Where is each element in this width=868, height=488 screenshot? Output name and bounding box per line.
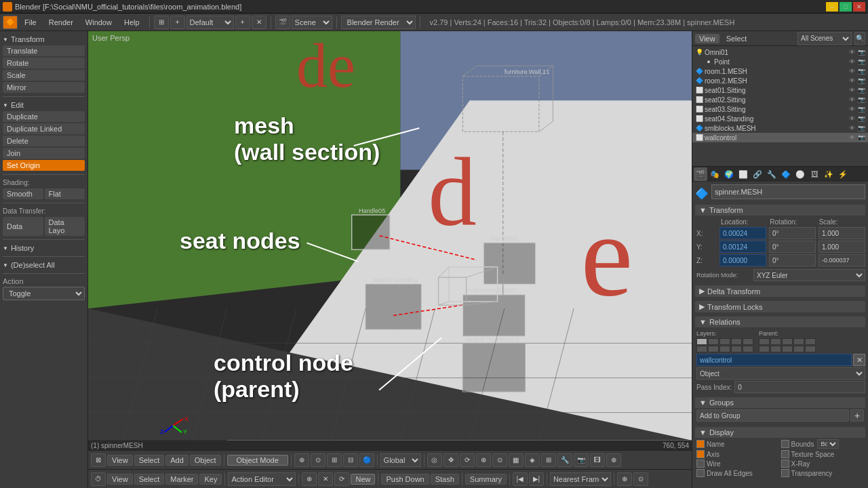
prev-frame-icon[interactable]: |◀ [513, 472, 528, 486]
delta-transform-header[interactable]: ▶ Delta Transform [695, 285, 865, 297]
visibility-icon[interactable]: 👁 [849, 58, 855, 65]
marker-button[interactable]: Marker [165, 474, 198, 485]
layout-selector[interactable]: Default [186, 16, 234, 29]
action-icon1[interactable]: ⊕ [302, 472, 317, 486]
rotate-button[interactable]: Rotate [3, 58, 85, 68]
flat-button[interactable]: Flat [45, 188, 85, 199]
minimize-button[interactable]: ─ [826, 2, 838, 12]
scenes-selector[interactable]: All Scenes [797, 32, 852, 45]
mesh-name-input[interactable] [711, 184, 865, 199]
scale-x-field[interactable]: 1.000 [818, 227, 865, 239]
player-10[interactable] [805, 346, 816, 352]
layer-4[interactable] [731, 338, 742, 345]
transform-section-header[interactable]: ▼ Transform [0, 34, 87, 45]
outliner-item[interactable]: ⬜ seat02.Sitting 👁 📷 [692, 95, 868, 104]
view4-icon[interactable]: ⊟ [343, 453, 358, 467]
bounds-type-selector[interactable]: Box [817, 439, 839, 449]
join-button[interactable]: Join [3, 148, 85, 159]
draw-all-edges-checkbox[interactable] [696, 469, 705, 477]
outliner-item[interactable]: 🔷 smlblocks.MESH 👁 📷 [692, 123, 868, 133]
icon6[interactable]: ▦ [509, 453, 524, 467]
data-button[interactable]: Data [3, 217, 43, 236]
layout2-icon[interactable]: + [170, 16, 185, 29]
icon1[interactable]: ◎ [427, 453, 442, 467]
icon8[interactable]: ⊞ [541, 453, 556, 467]
menu-help[interactable]: Help [119, 17, 145, 28]
outliner-item[interactable]: ● Point 👁 📷 [692, 57, 868, 66]
global-selector[interactable]: Global [380, 453, 421, 467]
render-icon[interactable]: 📷 [858, 125, 865, 131]
history-section-header[interactable]: ▼ History [0, 243, 87, 253]
player-2[interactable] [770, 338, 781, 345]
visibility-icon[interactable]: 👁 [849, 87, 855, 94]
scale-y-field[interactable]: 1.000 [818, 241, 865, 253]
layer-2[interactable] [708, 338, 719, 345]
player-4[interactable] [793, 338, 804, 345]
view-button[interactable]: View [107, 455, 133, 466]
bounds-checkbox[interactable] [781, 440, 789, 448]
texture-space-checkbox[interactable] [781, 450, 789, 458]
icon2[interactable]: ✥ [443, 453, 458, 467]
pass-index-input[interactable] [734, 381, 865, 393]
menu-file[interactable]: File [19, 17, 42, 28]
data-layo-button[interactable]: Data Layo [45, 217, 85, 236]
rotation-mode-selector[interactable]: XYZ Euler [753, 269, 865, 281]
minus-icon[interactable]: ✕ [252, 16, 267, 29]
render-icon[interactable]: 📷 [858, 96, 865, 103]
select-button[interactable]: Select [134, 455, 165, 466]
axis-checkbox[interactable] [696, 450, 705, 458]
icon3[interactable]: ⟳ [460, 453, 475, 467]
render-icon[interactable]: 📷 [858, 115, 865, 122]
layer-10[interactable] [743, 346, 753, 352]
layer-6[interactable] [696, 346, 707, 352]
layout-icon[interactable]: ⊞ [154, 16, 169, 29]
maximize-button[interactable]: □ [840, 2, 852, 12]
edit-section-header[interactable]: ▼ Edit [0, 100, 87, 110]
prop-tab-constraints[interactable]: 🔗 [751, 167, 764, 181]
player-7[interactable] [770, 346, 781, 352]
layer-3[interactable] [719, 338, 730, 345]
icon10[interactable]: 📷 [574, 453, 589, 467]
visibility-icon[interactable]: 👁 [849, 77, 855, 84]
scale-button[interactable]: Scale [3, 70, 85, 81]
engine-selector[interactable]: Blender Render [341, 16, 416, 29]
layer-7[interactable] [708, 346, 719, 352]
prop-tab-data[interactable]: 🔷 [779, 167, 793, 181]
next-frame-icon[interactable]: ▶| [529, 472, 544, 486]
action-editor-selector[interactable]: Action Editor [228, 472, 296, 486]
rot-y-field[interactable]: 0° [769, 241, 816, 253]
close-button[interactable]: ✕ [853, 2, 865, 12]
outliner-item[interactable]: ⬜ seat01.Sitting 👁 📷 [692, 85, 868, 95]
loc-y-field[interactable]: 0.00124 [719, 241, 766, 253]
render-icon[interactable]: 📷 [858, 77, 865, 84]
display-header[interactable]: ▼ Display [695, 427, 865, 438]
transparency-checkbox[interactable] [781, 469, 789, 477]
smooth-button[interactable]: Smooth [3, 188, 43, 199]
render-icon[interactable]: 📷 [858, 58, 865, 65]
icon12[interactable]: ⊕ [606, 453, 621, 467]
player-9[interactable] [793, 346, 804, 352]
tb2-icon1[interactable]: ⊕ [617, 472, 632, 486]
wire-checkbox[interactable] [696, 460, 705, 468]
render-icon[interactable]: 📷 [858, 134, 865, 141]
prop-tab-texture[interactable]: 🖼 [808, 167, 821, 181]
prop-tab-world[interactable]: 🌍 [722, 167, 736, 181]
deselect-all-row[interactable]: ▼ (De)select All [0, 260, 87, 270]
action-icon3[interactable]: ⟳ [334, 472, 349, 486]
rot-z-field[interactable]: 0° [769, 254, 816, 266]
render-icon[interactable]: 📷 [858, 87, 865, 94]
mirror-button[interactable]: Mirror [3, 82, 85, 93]
new-button[interactable]: New [351, 474, 375, 485]
toggle-dropdown[interactable]: Toggle [3, 287, 85, 300]
layer-9[interactable] [731, 346, 742, 352]
icon4[interactable]: ⊕ [476, 453, 491, 467]
view-button2[interactable]: View [107, 474, 133, 485]
outliner-item[interactable]: ⬜ seat04.Standing 👁 📷 [692, 114, 868, 123]
timeline-icon[interactable]: ⏱ [91, 472, 106, 486]
outliner-view-tab[interactable]: View [695, 34, 719, 43]
scene-selector[interactable]: Scene [292, 16, 332, 29]
visibility-icon[interactable]: 👁 [849, 115, 855, 122]
tb2-icon2[interactable]: ⊙ [633, 472, 648, 486]
layer-5[interactable] [743, 338, 753, 345]
object-button[interactable]: Object [190, 455, 221, 466]
